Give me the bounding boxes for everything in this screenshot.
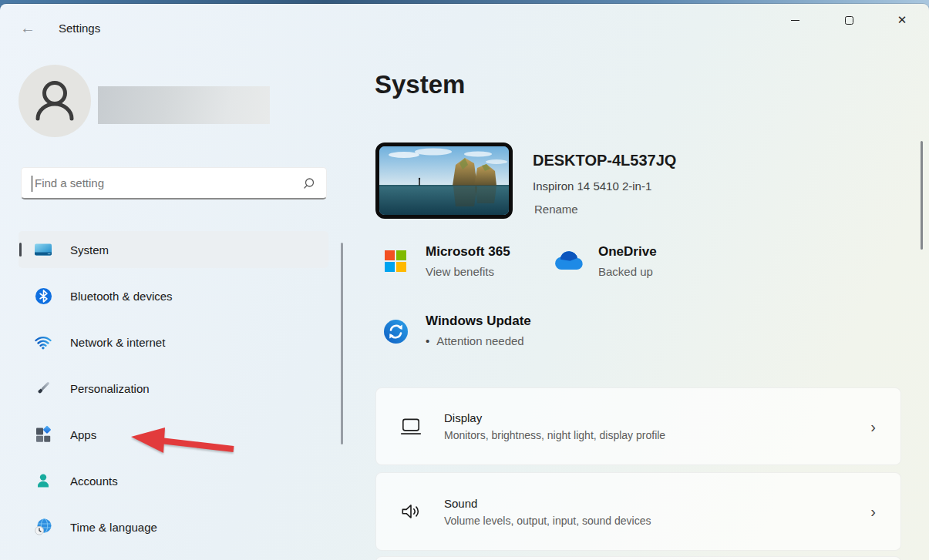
maximize-button[interactable] [831,7,867,33]
sidebar-item-label: Personalization [70,382,150,395]
quick-link-title: Microsoft 365 [426,244,510,260]
quick-link-onedrive[interactable]: OneDrive Backed up [598,244,657,278]
sidebar-item-label: Apps [70,428,96,441]
card-title: Sound [444,497,651,510]
rename-button[interactable]: Rename [534,203,578,216]
maximize-icon [845,16,853,25]
quick-link-title: Windows Update [426,314,531,329]
quick-link-title: OneDrive [598,244,657,260]
system-icon [34,240,52,259]
search-box [21,167,327,200]
card-sound[interactable]: Sound Volume levels, output, input, soun… [375,472,901,551]
windows-update-icon [383,319,409,347]
card-partial[interactable] [375,556,901,560]
sidebar-item-label: Bluetooth & devices [70,290,173,303]
display-icon [399,417,422,437]
selected-indicator [19,243,22,257]
sidebar-item-apps[interactable]: Apps [19,416,328,453]
close-button[interactable]: ✕ [884,7,920,33]
device-wallpaper-thumbnail [375,143,513,219]
chevron-right-icon: › [870,417,876,435]
sidebar-nav: System Bluetooth & devices N [19,231,328,555]
sidebar-item-system[interactable]: System [19,231,328,268]
card-title: Display [444,411,665,424]
sidebar-item-label: Accounts [70,474,118,488]
network-icon [34,333,52,351]
onedrive-icon [551,250,584,274]
quick-link-microsoft-365[interactable]: Microsoft 365 View benefits [426,244,510,278]
apps-icon [34,425,52,444]
device-name: DESKTOP-4L537JQ [533,152,676,169]
device-model: Inspiron 14 5410 2-in-1 [533,179,651,193]
minimize-icon [791,20,799,21]
quick-link-subtitle: Backed up [598,265,657,278]
bluetooth-icon [34,287,52,305]
sidebar-item-label: Network & internet [70,336,165,349]
window-title: Settings [59,22,100,35]
sidebar-item-network-internet[interactable]: Network & internet [19,324,328,360]
sidebar-item-label: System [70,243,109,257]
card-subtitle: Volume levels, output, input, sound devi… [444,515,651,527]
microsoft-365-icon [385,250,406,272]
sidebar-item-time-language[interactable]: Time & language [19,508,328,545]
personalization-icon [34,379,52,397]
quick-link-windows-update[interactable]: Windows Update •Attention needed [426,314,531,347]
quick-link-subtitle: •Attention needed [426,334,531,347]
avatar[interactable] [19,65,91,137]
card-display[interactable]: Display Monitors, brightness, night ligh… [375,387,901,465]
search-input[interactable] [22,168,326,198]
sound-icon [399,501,422,521]
back-icon: ← [20,19,35,37]
page-title: System [375,70,465,99]
text-caret [32,176,32,192]
quick-link-subtitle[interactable]: View benefits [426,265,510,278]
sidebar-item-bluetooth-devices[interactable]: Bluetooth & devices [19,277,328,314]
close-icon: ✕ [897,13,907,27]
settings-window: ← Settings ✕ [0,4,929,560]
person-icon [19,65,91,137]
minimize-button[interactable] [777,7,813,33]
accounts-icon [34,471,52,490]
user-name-redacted [98,86,270,124]
sidebar-item-accounts[interactable]: Accounts [19,462,328,499]
back-button[interactable]: ← [15,15,40,40]
sidebar-item-personalization[interactable]: Personalization [19,370,328,407]
chevron-right-icon: › [870,503,876,521]
sidebar-scrollbar[interactable] [341,243,343,444]
card-subtitle: Monitors, brightness, night light, displ… [444,429,665,441]
search-icon[interactable] [302,177,315,190]
bullet-icon: • [426,334,429,347]
main-scrollbar[interactable] [921,141,923,250]
time-language-icon [34,518,52,536]
sidebar-item-label: Time & language [70,521,157,534]
